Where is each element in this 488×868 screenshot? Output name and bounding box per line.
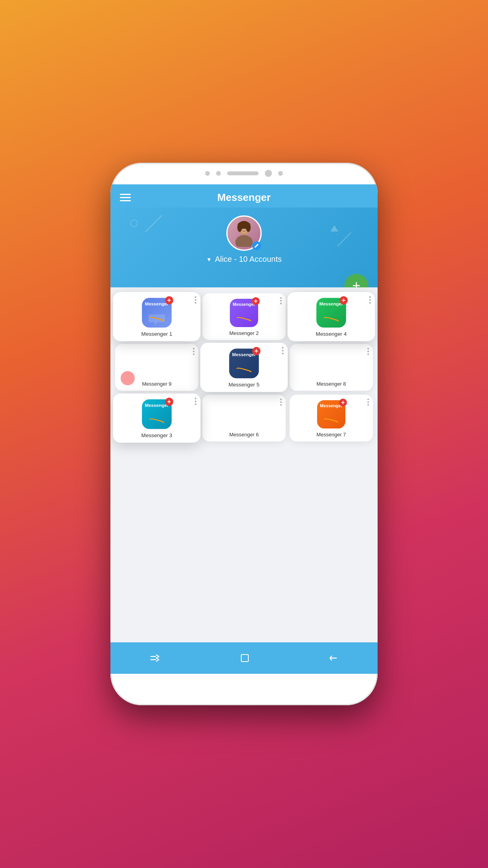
app-name-4: Messenger 4 [316,331,347,337]
card-menu-button-3[interactable] [195,398,196,405]
plus-badge-1: + [165,296,173,305]
bottom-navigation [110,642,378,674]
svg-rect-8 [241,655,248,662]
app-card-6[interactable]: Messenger 6 [202,395,286,441]
app-name-8: Messenger 8 [316,381,346,387]
profile-banner: ▼ Alice - 10 Accounts + [110,208,378,287]
phone-status-bar [110,170,378,177]
svg-point-5 [246,223,251,232]
app-card-7[interactable]: Messenger + Messenger 7 [290,395,373,441]
app-name-7: Messenger 7 [316,432,346,438]
dropdown-arrow-icon: ▼ [206,256,212,263]
nav-home-button[interactable] [240,653,250,663]
avatar-edit-button[interactable] [252,241,261,250]
app-icon-wrapper-7: Messenger + [317,400,345,428]
camera-main-dot [265,170,272,177]
header-top: Messenger [120,191,368,208]
plus-badge-2: + [252,297,260,305]
svg-point-6 [242,228,243,229]
svg-point-4 [237,223,242,232]
app-icon-wrapper-2: Messenger + [230,299,258,327]
app-name-2: Messenger 2 [229,330,259,336]
add-account-fab[interactable]: + [345,274,368,287]
apps-grid: Messenger + Messenger 1 [115,293,373,441]
apps-grid-container: Messenger + Messenger 1 [110,287,378,674]
nav-recents-button[interactable] [328,653,338,663]
app-card-3[interactable]: Messenger + Messenger 3 [113,394,201,443]
card-menu-button-6[interactable] [280,399,282,406]
profile-display-name: Alice - 10 Accounts [215,255,282,264]
app-name-1: Messenger 1 [141,331,172,337]
plus-badge-3: + [165,398,173,406]
app-card-1[interactable]: Messenger + Messenger 1 [113,292,201,341]
app-name-9: Messenger 9 [142,381,171,387]
plus-badge-4: + [339,296,348,305]
svg-point-1 [235,235,253,247]
card-menu-button-9[interactable] [193,348,194,355]
app-card-5[interactable]: Messenger + Messenger 5 [200,343,288,392]
card-menu-button-2[interactable] [280,297,282,304]
profile-name-row[interactable]: ▼ Alice - 10 Accounts [206,255,282,264]
avatar-wrapper[interactable] [226,215,262,251]
app-card-8[interactable]: Messenger 8 [290,344,373,391]
card-menu-button-8[interactable] [367,348,369,355]
card-menu-button-7[interactable] [367,399,369,406]
app-title: Messenger [217,191,271,204]
profile-area: ▼ Alice - 10 Accounts [120,215,368,264]
phone-frame: Messenger [110,163,378,705]
hamburger-button[interactable] [120,194,131,201]
sensor-dot [216,171,221,176]
sensor-dot-2 [278,171,283,176]
app-icon-wrapper-1: Messenger + [142,298,172,328]
app-name-6: Messenger 6 [229,432,259,438]
app-name-5: Messenger 5 [229,382,260,388]
app-name-3: Messenger 3 [141,432,172,439]
svg-point-7 [246,228,247,229]
app-icon-wrapper-4: Messenger + [316,298,346,328]
card-menu-button-5[interactable] [282,347,284,355]
card-menu-button-4[interactable] [369,296,371,304]
plus-badge-5: + [252,347,261,355]
app-icon-wrapper-3: Messenger + [142,399,172,429]
camera-dot [205,171,210,176]
app-card-2[interactable]: Messenger + Messenger 2 [202,293,286,340]
nav-back-button[interactable] [150,653,161,663]
phone-screen: Messenger [110,184,378,674]
app-card-9[interactable]: Messenger 9 [115,344,198,391]
plus-badge-7: + [339,399,347,406]
app-header: Messenger [110,184,378,208]
phone-speaker [227,171,259,175]
card-menu-button-1[interactable] [195,296,196,304]
app-icon-wrapper-5: Messenger + [229,349,259,379]
app-card-4[interactable]: Messenger + Messenger 4 [288,292,375,341]
